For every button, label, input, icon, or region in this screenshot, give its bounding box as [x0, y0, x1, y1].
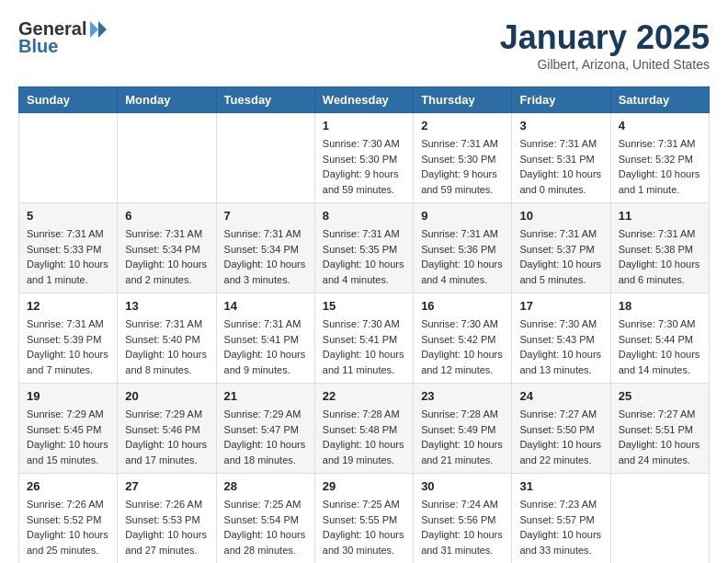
calendar-cell: 6Sunrise: 7:31 AMSunset: 5:34 PMDaylight…	[118, 203, 216, 293]
calendar-cell: 9Sunrise: 7:31 AMSunset: 5:36 PMDaylight…	[414, 203, 512, 293]
calendar-cell: 20Sunrise: 7:29 AMSunset: 5:46 PMDayligh…	[118, 384, 216, 474]
col-sunday: Sunday	[19, 87, 118, 113]
calendar-cell	[216, 113, 314, 203]
calendar-cell: 30Sunrise: 7:24 AMSunset: 5:56 PMDayligh…	[414, 474, 512, 564]
calendar-cell: 29Sunrise: 7:25 AMSunset: 5:55 PMDayligh…	[314, 474, 413, 564]
calendar-week-row: 12Sunrise: 7:31 AMSunset: 5:39 PMDayligh…	[19, 293, 710, 384]
day-info: Sunrise: 7:31 AMSunset: 5:38 PMDaylight:…	[619, 226, 701, 287]
col-saturday: Saturday	[610, 87, 709, 113]
calendar-cell: 22Sunrise: 7:28 AMSunset: 5:48 PMDayligh…	[314, 384, 413, 474]
calendar-cell: 16Sunrise: 7:30 AMSunset: 5:42 PMDayligh…	[414, 293, 512, 384]
day-info: Sunrise: 7:31 AMSunset: 5:35 PMDaylight:…	[323, 226, 405, 287]
day-number: 3	[519, 119, 602, 132]
day-number: 19	[27, 389, 109, 403]
day-info: Sunrise: 7:30 AMSunset: 5:43 PMDaylight:…	[519, 316, 602, 377]
col-wednesday: Wednesday	[314, 87, 413, 113]
day-info: Sunrise: 7:29 AMSunset: 5:45 PMDaylight:…	[27, 407, 109, 467]
col-monday: Monday	[118, 87, 216, 113]
day-number: 1	[323, 119, 405, 132]
day-number: 8	[323, 209, 405, 223]
calendar-cell: 7Sunrise: 7:31 AMSunset: 5:34 PMDaylight…	[216, 203, 314, 293]
calendar-cell: 12Sunrise: 7:31 AMSunset: 5:39 PMDayligh…	[19, 293, 118, 384]
calendar-cell: 24Sunrise: 7:27 AMSunset: 5:50 PMDayligh…	[512, 384, 610, 474]
svg-marker-1	[90, 21, 98, 38]
day-number: 24	[519, 389, 602, 403]
day-info: Sunrise: 7:31 AMSunset: 5:36 PMDaylight:…	[421, 226, 504, 287]
day-info: Sunrise: 7:29 AMSunset: 5:47 PMDaylight:…	[224, 407, 307, 467]
day-number: 27	[125, 479, 208, 493]
day-number: 15	[323, 299, 405, 313]
day-number: 12	[27, 299, 109, 313]
day-info: Sunrise: 7:30 AMSunset: 5:44 PMDaylight:…	[619, 316, 701, 377]
day-number: 5	[27, 209, 109, 223]
day-info: Sunrise: 7:30 AMSunset: 5:42 PMDaylight:…	[421, 316, 504, 377]
calendar-cell: 31Sunrise: 7:23 AMSunset: 5:57 PMDayligh…	[512, 474, 610, 564]
day-info: Sunrise: 7:26 AMSunset: 5:52 PMDaylight:…	[27, 497, 109, 557]
day-number: 21	[224, 389, 307, 403]
calendar-cell: 2Sunrise: 7:31 AMSunset: 5:30 PMDaylight…	[414, 113, 512, 203]
page-header: General Blue January 2025 Gilbert, Arizo…	[18, 18, 710, 72]
day-info: Sunrise: 7:28 AMSunset: 5:48 PMDaylight:…	[323, 407, 405, 467]
calendar-cell: 4Sunrise: 7:31 AMSunset: 5:32 PMDaylight…	[610, 113, 709, 203]
day-number: 4	[619, 119, 701, 132]
calendar-cell: 28Sunrise: 7:25 AMSunset: 5:54 PMDayligh…	[216, 474, 314, 564]
logo-blue-text: Blue	[18, 36, 58, 57]
calendar-cell: 8Sunrise: 7:31 AMSunset: 5:35 PMDaylight…	[314, 203, 413, 293]
day-info: Sunrise: 7:31 AMSunset: 5:37 PMDaylight:…	[519, 226, 602, 287]
day-number: 18	[619, 299, 701, 313]
calendar-week-row: 1Sunrise: 7:30 AMSunset: 5:30 PMDaylight…	[19, 113, 710, 203]
day-info: Sunrise: 7:30 AMSunset: 5:41 PMDaylight:…	[323, 316, 405, 377]
calendar-cell	[610, 474, 709, 564]
day-info: Sunrise: 7:31 AMSunset: 5:41 PMDaylight:…	[224, 316, 307, 377]
day-number: 28	[224, 479, 307, 493]
day-info: Sunrise: 7:31 AMSunset: 5:39 PMDaylight:…	[27, 316, 109, 377]
calendar-cell: 17Sunrise: 7:30 AMSunset: 5:43 PMDayligh…	[512, 293, 610, 384]
day-info: Sunrise: 7:31 AMSunset: 5:30 PMDaylight:…	[421, 136, 504, 197]
calendar-cell: 23Sunrise: 7:28 AMSunset: 5:49 PMDayligh…	[414, 384, 512, 474]
day-info: Sunrise: 7:25 AMSunset: 5:55 PMDaylight:…	[323, 497, 405, 557]
calendar-table: Sunday Monday Tuesday Wednesday Thursday…	[18, 86, 710, 563]
calendar-cell: 14Sunrise: 7:31 AMSunset: 5:41 PMDayligh…	[216, 293, 314, 384]
day-info: Sunrise: 7:30 AMSunset: 5:30 PMDaylight:…	[323, 136, 405, 197]
day-number: 20	[125, 389, 208, 403]
logo-icon	[88, 19, 108, 40]
day-info: Sunrise: 7:24 AMSunset: 5:56 PMDaylight:…	[421, 497, 504, 557]
calendar-week-row: 19Sunrise: 7:29 AMSunset: 5:45 PMDayligh…	[19, 384, 710, 474]
day-info: Sunrise: 7:23 AMSunset: 5:57 PMDaylight:…	[519, 497, 602, 557]
calendar-cell: 15Sunrise: 7:30 AMSunset: 5:41 PMDayligh…	[314, 293, 413, 384]
day-number: 26	[27, 479, 109, 493]
day-number: 29	[323, 479, 405, 493]
calendar-cell: 26Sunrise: 7:26 AMSunset: 5:52 PMDayligh…	[19, 474, 118, 564]
day-info: Sunrise: 7:28 AMSunset: 5:49 PMDaylight:…	[421, 407, 504, 467]
col-thursday: Thursday	[414, 87, 512, 113]
day-number: 6	[125, 209, 208, 223]
calendar-cell	[19, 113, 118, 203]
calendar-cell: 25Sunrise: 7:27 AMSunset: 5:51 PMDayligh…	[610, 384, 709, 474]
day-number: 23	[421, 389, 504, 403]
day-info: Sunrise: 7:31 AMSunset: 5:34 PMDaylight:…	[224, 226, 307, 287]
day-number: 13	[125, 299, 208, 313]
day-info: Sunrise: 7:26 AMSunset: 5:53 PMDaylight:…	[125, 497, 208, 557]
calendar-cell: 3Sunrise: 7:31 AMSunset: 5:31 PMDaylight…	[512, 113, 610, 203]
day-number: 22	[323, 389, 405, 403]
day-number: 16	[421, 299, 504, 313]
calendar-title: January 2025	[500, 18, 710, 57]
day-info: Sunrise: 7:25 AMSunset: 5:54 PMDaylight:…	[224, 497, 307, 557]
svg-marker-0	[98, 21, 107, 38]
day-info: Sunrise: 7:31 AMSunset: 5:31 PMDaylight:…	[519, 136, 602, 197]
day-number: 10	[519, 209, 602, 223]
calendar-cell: 13Sunrise: 7:31 AMSunset: 5:40 PMDayligh…	[118, 293, 216, 384]
calendar-cell: 11Sunrise: 7:31 AMSunset: 5:38 PMDayligh…	[610, 203, 709, 293]
title-block: January 2025 Gilbert, Arizona, United St…	[500, 18, 710, 72]
day-info: Sunrise: 7:31 AMSunset: 5:34 PMDaylight:…	[125, 226, 208, 287]
col-friday: Friday	[512, 87, 610, 113]
day-info: Sunrise: 7:27 AMSunset: 5:51 PMDaylight:…	[619, 407, 701, 467]
day-number: 31	[519, 479, 602, 493]
calendar-cell: 1Sunrise: 7:30 AMSunset: 5:30 PMDaylight…	[314, 113, 413, 203]
calendar-cell: 21Sunrise: 7:29 AMSunset: 5:47 PMDayligh…	[216, 384, 314, 474]
day-info: Sunrise: 7:29 AMSunset: 5:46 PMDaylight:…	[125, 407, 208, 467]
calendar-header-row: Sunday Monday Tuesday Wednesday Thursday…	[19, 87, 710, 113]
day-number: 2	[421, 119, 504, 132]
day-info: Sunrise: 7:31 AMSunset: 5:40 PMDaylight:…	[125, 316, 208, 377]
logo: General Blue	[18, 18, 108, 57]
